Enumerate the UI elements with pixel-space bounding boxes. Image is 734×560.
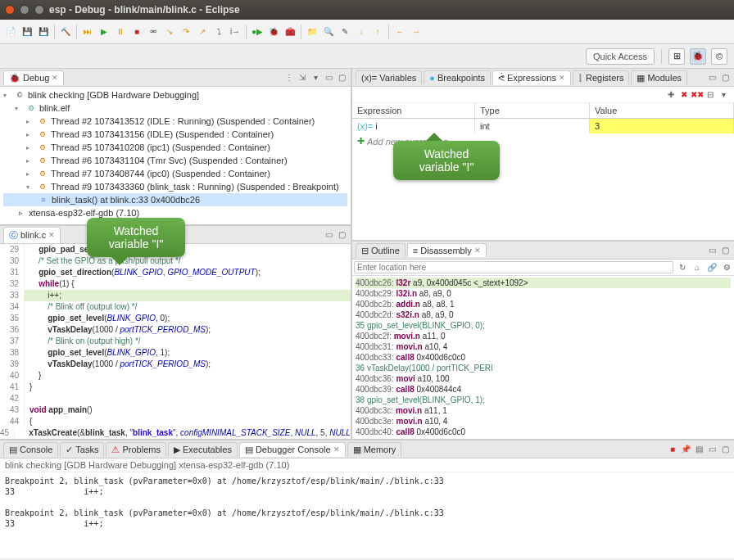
- back-icon[interactable]: ←: [392, 25, 407, 39]
- thread-row[interactable]: ▸⚙Thread #3 1073413156 (IDLE) (Suspended…: [3, 128, 347, 141]
- disasm-line[interactable]: 36 vTaskDelay(1000 / portTICK_PERI: [356, 363, 731, 373]
- save-icon[interactable]: 💾: [20, 25, 34, 39]
- thread-row[interactable]: ▸⚙Thread #2 1073413512 (IDLE : Running) …: [3, 115, 347, 128]
- console-body[interactable]: Breakpoint 2, blink_task (pvParameter=0x…: [0, 472, 734, 558]
- home-icon[interactable]: ⌂: [691, 261, 703, 273]
- clear-console-icon[interactable]: ■: [667, 444, 678, 455]
- save-all-icon[interactable]: 💾: [36, 25, 51, 39]
- maximize-view-icon[interactable]: ▢: [719, 444, 731, 455]
- minimize-view-icon[interactable]: ▭: [323, 72, 334, 84]
- code-line[interactable]: 31 gpio_set_direction(BLINK_GPIO, GPIO_M…: [0, 267, 351, 278]
- col-expression[interactable]: Expression: [352, 103, 475, 118]
- collapse-all-icon[interactable]: ⇲: [297, 72, 308, 84]
- disasm-line[interactable]: 400dbc31: movi.n a10, 4: [356, 341, 731, 352]
- terminate-icon[interactable]: ■: [129, 25, 144, 39]
- thread-row[interactable]: ▸⚙Thread #7 1073408744 (ipc0) (Suspended…: [3, 167, 347, 180]
- tab-debug[interactable]: 🐞 Debug ✕: [3, 70, 64, 85]
- link-icon[interactable]: 🔗: [706, 261, 718, 273]
- disasm-line[interactable]: 400dbc26: l32r a9, 0x400d045c <_stext+10…: [356, 278, 731, 288]
- settings-icon[interactable]: ⚙: [721, 261, 732, 273]
- thread-row[interactable]: ▸⚙Thread #5 1073410208 (ipc1) (Suspended…: [3, 141, 347, 154]
- disasm-line[interactable]: 35 gpio_set_level(BLINK_GPIO, 0);: [356, 320, 731, 331]
- next-annotation-icon[interactable]: ↓: [354, 25, 369, 39]
- disasm-line[interactable]: 400dbc29: l32i.n a8, a9, 0: [356, 288, 731, 299]
- tab-modules[interactable]: ▦Modules: [631, 70, 687, 85]
- disasm-location-input[interactable]: [354, 261, 673, 273]
- view-menu-icon[interactable]: ▾: [310, 72, 321, 84]
- disasm-line[interactable]: 400dbc33: call8 0x400d6c0c0: [356, 352, 731, 363]
- close-tab-icon[interactable]: ✕: [474, 246, 481, 255]
- code-line[interactable]: 30 /* Set the GPIO as a push/pull output…: [0, 255, 351, 267]
- disasm-line[interactable]: 400dbc2b: addi.n a8, a8, 1: [356, 299, 731, 309]
- close-tab-icon[interactable]: ✕: [52, 74, 58, 82]
- tab-outline[interactable]: ⊟Outline: [356, 243, 406, 258]
- step-into-icon[interactable]: ↘: [162, 25, 177, 39]
- maximize-view-icon[interactable]: ▢: [719, 245, 731, 256]
- drop-to-frame-icon[interactable]: ⤵: [211, 25, 226, 39]
- tab-expressions[interactable]: ᕚExpressions✕: [492, 70, 571, 85]
- thread-row[interactable]: ▾⚙Thread #9 1073433360 (blink_task : Run…: [3, 180, 347, 193]
- disasm-line[interactable]: 400dbc3e: movi.n a10, 4: [356, 416, 731, 427]
- tab-registers[interactable]: ⦚Registers: [573, 70, 629, 84]
- tab-breakpoints[interactable]: ●Breakpoints: [424, 70, 491, 84]
- tab-console[interactable]: ▤Console: [3, 442, 58, 457]
- suspend-icon[interactable]: ⏸: [113, 25, 128, 39]
- code-line[interactable]: 38 gpio_set_level(BLINK_GPIO, 1);: [0, 347, 351, 359]
- code-line[interactable]: 41}: [0, 382, 351, 393]
- disasm-line[interactable]: 400dbc40: call8 0x400d6c0c0: [356, 427, 731, 437]
- tab-executables[interactable]: ▶Executables: [168, 442, 238, 457]
- debug-launch-icon[interactable]: 🐞: [266, 25, 281, 39]
- tab-variables[interactable]: (x)=Variables: [356, 70, 422, 84]
- close-tab-icon[interactable]: ✕: [48, 231, 55, 239]
- minimize-view-icon[interactable]: ▭: [706, 444, 718, 455]
- close-tab-icon[interactable]: ✕: [333, 445, 340, 454]
- pin-console-icon[interactable]: 📌: [680, 444, 691, 455]
- tab-disassembly[interactable]: ≡Disassembly✕: [407, 243, 487, 257]
- code-line[interactable]: 42: [0, 393, 351, 404]
- expression-row[interactable]: (x)= i int 3: [352, 119, 734, 133]
- disasm-line[interactable]: 400dbc2f: movi.n a11, 0: [356, 331, 731, 341]
- code-line[interactable]: 44{: [0, 416, 351, 427]
- maximize-window-icon[interactable]: [34, 5, 44, 15]
- cpp-perspective-icon[interactable]: ©: [711, 48, 727, 65]
- maximize-view-icon[interactable]: ▢: [719, 72, 731, 84]
- code-line[interactable]: 36 vTaskDelay(1000 / portTICK_PERIOD_MS)…: [0, 324, 351, 336]
- resume-icon[interactable]: ▶: [97, 25, 111, 39]
- disassembly-body[interactable]: 400dbc26: l32r a9, 0x400d045c <_stext+10…: [352, 276, 734, 439]
- minimize-view-icon[interactable]: ▭: [706, 245, 718, 256]
- display-console-icon[interactable]: ▤: [693, 444, 705, 455]
- code-line[interactable]: 37 /* Blink on (output high) */: [0, 336, 351, 347]
- debug-view-menu-icon[interactable]: ⋮: [283, 72, 295, 84]
- quick-access-button[interactable]: Quick Access: [586, 48, 655, 65]
- code-line[interactable]: 45 xTaskCreate(&blink_task, "blink_task"…: [0, 427, 351, 439]
- skip-breakpoints-icon[interactable]: ⏭: [80, 25, 95, 39]
- code-line[interactable]: 34 /* Blink off (output low) */: [0, 301, 351, 313]
- col-type[interactable]: Type: [475, 103, 590, 118]
- collapse-icon[interactable]: ⊟: [705, 89, 716, 101]
- open-type-icon[interactable]: 📁: [305, 25, 319, 39]
- disasm-line[interactable]: 400dbc2d: s32i.n a8, a9, 0: [356, 309, 731, 320]
- instruction-step-icon[interactable]: i→: [228, 25, 242, 39]
- minimize-view-icon[interactable]: ▭: [706, 72, 718, 84]
- code-line[interactable]: 33 i++;: [0, 290, 351, 301]
- toggle-mark-icon[interactable]: ✎: [338, 25, 352, 39]
- forward-icon[interactable]: →: [409, 25, 424, 39]
- code-line[interactable]: 43void app_main(): [0, 404, 351, 416]
- prev-annotation-icon[interactable]: ↑: [370, 25, 385, 39]
- refresh-icon[interactable]: ↻: [677, 261, 688, 273]
- source-editor[interactable]: 29 gpio_pad_select_gpio(BLINK_GPIO);30 /…: [0, 244, 351, 439]
- code-line[interactable]: 39 vTaskDelay(1000 / portTICK_PERIOD_MS)…: [0, 359, 351, 370]
- disasm-line[interactable]: 400dbc36: movi a10, 100: [356, 373, 731, 384]
- view-menu-icon[interactable]: ▾: [718, 89, 729, 101]
- close-window-icon[interactable]: [5, 5, 15, 15]
- debug-perspective-icon[interactable]: 🐞: [690, 48, 706, 65]
- disasm-line[interactable]: 38 gpio_set_level(BLINK_GPIO, 1);: [356, 395, 731, 405]
- code-line[interactable]: 32 while(1) {: [0, 278, 351, 290]
- new-expression-icon[interactable]: ✚: [665, 89, 677, 101]
- maximize-view-icon[interactable]: ▢: [336, 229, 347, 241]
- minimize-view-icon[interactable]: ▭: [323, 229, 334, 241]
- remove-all-icon[interactable]: ✖✖: [691, 89, 703, 101]
- step-return-icon[interactable]: ↗: [195, 25, 210, 39]
- build-icon[interactable]: 🔨: [58, 25, 73, 39]
- code-line[interactable]: 35 gpio_set_level(BLINK_GPIO, 0);: [0, 313, 351, 324]
